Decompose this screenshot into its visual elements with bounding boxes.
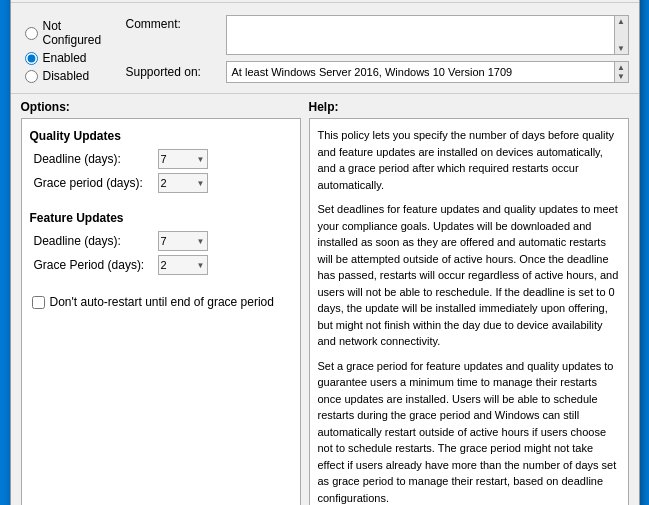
supported-section: Supported on: At least Windows Server 20…: [126, 61, 629, 83]
quality-deadline-dropdown[interactable]: 7 ▼: [158, 149, 208, 169]
feature-grace-row: Grace Period (days): 2 ▼: [34, 255, 292, 275]
scroll-up-arrow: ▲: [617, 17, 625, 26]
comment-section: Comment: ▲ ▼: [126, 15, 629, 55]
quality-grace-arrow: ▼: [197, 179, 205, 188]
feature-deadline-arrow: ▼: [197, 237, 205, 246]
supported-scrollbar[interactable]: ▲ ▼: [615, 61, 629, 83]
disabled-label: Disabled: [43, 69, 90, 83]
checkbox-row: Don't auto-restart until end of grace pe…: [32, 295, 292, 309]
not-configured-radio[interactable]: [25, 27, 38, 40]
spacer: [30, 197, 292, 205]
radio-section: Not Configured Enabled Disabled: [11, 9, 126, 89]
supported-wrapper: At least Windows Server 2016, Windows 10…: [226, 61, 629, 83]
feature-grace-dropdown[interactable]: 2 ▼: [158, 255, 208, 275]
help-panel: Help: This policy lets you specify the n…: [309, 100, 629, 505]
supported-scroll-up: ▲: [617, 63, 625, 72]
comment-label-col: Comment:: [126, 15, 226, 31]
not-configured-row: Not Configured: [25, 17, 112, 49]
supported-value: At least Windows Server 2016, Windows 10…: [232, 66, 513, 78]
feature-section-title: Feature Updates: [30, 211, 292, 225]
auto-restart-checkbox[interactable]: [32, 296, 45, 309]
comment-wrapper: ▲ ▼: [226, 15, 629, 55]
quality-grace-value: 2: [161, 177, 167, 189]
quality-deadline-value: 7: [161, 153, 167, 165]
main-content: Options: Quality Updates Deadline (days)…: [11, 94, 639, 505]
supported-scroll-down: ▼: [617, 72, 625, 81]
quality-grace-row: Grace period (days): 2 ▼: [34, 173, 292, 193]
supported-label-col: Supported on:: [126, 65, 226, 79]
disabled-row: Disabled: [25, 67, 112, 85]
enabled-radio[interactable]: [25, 52, 38, 65]
quality-deadline-arrow: ▼: [197, 155, 205, 164]
enabled-row: Enabled: [25, 49, 112, 67]
disabled-radio[interactable]: [25, 70, 38, 83]
quality-grace-label: Grace period (days):: [34, 176, 154, 190]
supported-value-box: At least Windows Server 2016, Windows 10…: [226, 61, 615, 83]
supported-label: Supported on:: [126, 65, 201, 79]
options-panel: Options: Quality Updates Deadline (days)…: [21, 100, 301, 505]
feature-grace-value: 2: [161, 259, 167, 271]
options-box: Quality Updates Deadline (days): 7 ▼ Gra…: [21, 118, 301, 505]
not-configured-label: Not Configured: [43, 19, 112, 47]
quality-grace-dropdown[interactable]: 2 ▼: [158, 173, 208, 193]
comment-scrollbar[interactable]: ▲ ▼: [615, 15, 629, 55]
quality-section-title: Quality Updates: [30, 129, 292, 143]
auto-restart-label: Don't auto-restart until end of grace pe…: [50, 295, 274, 309]
quality-deadline-label: Deadline (days):: [34, 152, 154, 166]
feature-deadline-label: Deadline (days):: [34, 234, 154, 248]
comment-textarea[interactable]: [226, 15, 615, 55]
feature-deadline-dropdown[interactable]: 7 ▼: [158, 231, 208, 251]
feature-grace-label: Grace Period (days):: [34, 258, 154, 272]
quality-deadline-row: Deadline (days): 7 ▼: [34, 149, 292, 169]
help-paragraph-2: Set deadlines for feature updates and qu…: [318, 201, 620, 350]
options-title: Options:: [21, 100, 301, 114]
scroll-down-arrow: ▼: [617, 44, 625, 53]
help-paragraph-1: This policy lets you specify the number …: [318, 127, 620, 193]
enabled-label: Enabled: [43, 51, 87, 65]
help-box: This policy lets you specify the number …: [309, 118, 629, 505]
feature-grace-arrow: ▼: [197, 261, 205, 270]
main-window: Specify deadlines for automatic updates …: [10, 0, 640, 505]
help-paragraph-3: Set a grace period for feature updates a…: [318, 358, 620, 506]
feature-deadline-row: Deadline (days): 7 ▼: [34, 231, 292, 251]
feature-deadline-value: 7: [161, 235, 167, 247]
comment-label: Comment:: [126, 17, 181, 31]
spacer2: [30, 279, 292, 287]
help-title: Help:: [309, 100, 629, 114]
